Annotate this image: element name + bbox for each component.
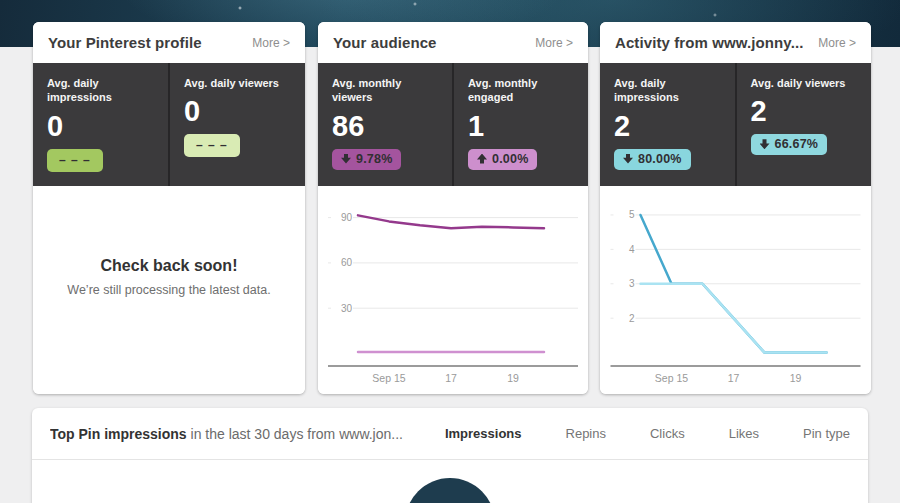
tab-impressions[interactable]: Impressions bbox=[445, 426, 522, 441]
trend-arrow-icon bbox=[623, 154, 633, 164]
pin-thumbnail[interactable] bbox=[405, 478, 495, 503]
svg-text:Sep 15: Sep 15 bbox=[655, 372, 688, 384]
empty-state-message: We’re still processing the latest data. bbox=[67, 283, 270, 297]
stat-label: Avg. daily viewers bbox=[751, 76, 858, 90]
stat-cell: Avg. daily viewers 2 66.67% bbox=[735, 63, 872, 186]
card-header: Your Pinterest profile More > bbox=[33, 22, 305, 63]
trend-badge: 66.67% bbox=[751, 134, 828, 155]
card-title: Your audience bbox=[333, 34, 437, 51]
stat-cell: Avg. daily impressions 2 80.00% bbox=[600, 63, 735, 186]
metric-tabs: Impressions Repins Clicks Likes Pin type bbox=[445, 426, 850, 441]
stat-panel: Avg. daily impressions 2 80.00% Avg. dai… bbox=[600, 63, 871, 186]
activity-chart: 2345Sep 151719 bbox=[600, 186, 871, 394]
tab-pin-type[interactable]: Pin type bbox=[803, 426, 850, 441]
panel-title-rest: in the last 30 days from www.jon... bbox=[187, 426, 403, 442]
chart-area: 2345Sep 151719 bbox=[600, 186, 871, 394]
top-pins-header: Top Pin impressions in the last 30 days … bbox=[32, 408, 868, 460]
stat-cell: Avg. monthly engaged 1 0.00% bbox=[452, 63, 588, 186]
svg-text:30: 30 bbox=[341, 303, 353, 314]
svg-text:3: 3 bbox=[629, 278, 635, 289]
panel-title: Top Pin impressions in the last 30 days … bbox=[50, 426, 403, 442]
stat-label: Avg. daily viewers bbox=[184, 76, 291, 90]
top-pins-body bbox=[32, 460, 868, 503]
empty-state: Check back soon! We’re still processing … bbox=[33, 186, 305, 394]
audience-chart: 306090Sep 151719 bbox=[318, 186, 588, 394]
card-header: Your audience More > bbox=[318, 22, 588, 63]
svg-text:17: 17 bbox=[445, 372, 457, 384]
card-title: Your Pinterest profile bbox=[48, 34, 202, 51]
panel-title-bold: Top Pin impressions bbox=[50, 426, 187, 442]
no-data-badge: – – – bbox=[184, 134, 240, 157]
svg-text:60: 60 bbox=[341, 257, 353, 268]
card-header: Activity from www.jonny... More > bbox=[600, 22, 871, 63]
stat-label: Avg. daily impressions bbox=[614, 76, 721, 105]
stat-panel: Avg. monthly viewers 86 9.78% Avg. month… bbox=[318, 63, 588, 186]
badge-text: 0.00% bbox=[492, 152, 528, 166]
trend-arrow-icon bbox=[760, 139, 770, 149]
stat-value: 1 bbox=[468, 112, 574, 141]
card-audience: Your audience More > Avg. monthly viewer… bbox=[318, 22, 588, 394]
svg-text:17: 17 bbox=[728, 372, 740, 384]
stat-cell: Avg. daily viewers 0 – – – bbox=[168, 63, 305, 186]
card-activity-website: Activity from www.jonny... More > Avg. d… bbox=[600, 22, 871, 394]
svg-text:19: 19 bbox=[507, 372, 519, 384]
trend-arrow-icon bbox=[341, 154, 351, 164]
stat-value: 0 bbox=[47, 112, 154, 141]
svg-text:4: 4 bbox=[629, 244, 635, 255]
no-data-badge: – – – bbox=[47, 149, 103, 172]
stat-cell: Avg. monthly viewers 86 9.78% bbox=[318, 63, 452, 186]
more-link[interactable]: More > bbox=[535, 36, 573, 50]
more-link[interactable]: More > bbox=[252, 36, 290, 50]
stat-label: Avg. daily impressions bbox=[47, 76, 154, 105]
svg-text:5: 5 bbox=[629, 209, 635, 220]
empty-state-heading: Check back soon! bbox=[101, 257, 238, 275]
trend-badge: 9.78% bbox=[332, 149, 401, 170]
stat-cell: Avg. daily impressions 0 – – – bbox=[33, 63, 168, 186]
svg-text:Sep 15: Sep 15 bbox=[372, 372, 405, 384]
top-pins-panel: Top Pin impressions in the last 30 days … bbox=[32, 408, 868, 503]
stat-panel: Avg. daily impressions 0 – – – Avg. dail… bbox=[33, 63, 305, 186]
trend-badge: 0.00% bbox=[468, 149, 537, 170]
svg-text:2: 2 bbox=[629, 313, 635, 324]
stat-value: 2 bbox=[614, 112, 721, 141]
stat-label: Avg. monthly viewers bbox=[332, 76, 438, 105]
svg-text:90: 90 bbox=[341, 212, 353, 223]
stat-value: 86 bbox=[332, 112, 438, 141]
tab-clicks[interactable]: Clicks bbox=[650, 426, 685, 441]
trend-arrow-icon bbox=[477, 154, 487, 164]
badge-text: 66.67% bbox=[775, 137, 819, 151]
svg-text:19: 19 bbox=[790, 372, 802, 384]
tab-repins[interactable]: Repins bbox=[566, 426, 606, 441]
badge-text: – – – bbox=[196, 138, 228, 152]
stat-label: Avg. monthly engaged bbox=[468, 76, 574, 105]
trend-badge: 80.00% bbox=[614, 149, 691, 170]
stat-value: 2 bbox=[751, 97, 858, 126]
card-pinterest-profile: Your Pinterest profile More > Avg. daily… bbox=[33, 22, 305, 394]
badge-text: 9.78% bbox=[356, 152, 392, 166]
card-title: Activity from www.jonny... bbox=[615, 34, 803, 51]
chart-area: 306090Sep 151719 bbox=[318, 186, 588, 394]
more-link[interactable]: More > bbox=[818, 36, 856, 50]
tab-likes[interactable]: Likes bbox=[729, 426, 759, 441]
badge-text: 80.00% bbox=[638, 152, 682, 166]
stat-value: 0 bbox=[184, 97, 291, 126]
badge-text: – – – bbox=[59, 153, 91, 167]
